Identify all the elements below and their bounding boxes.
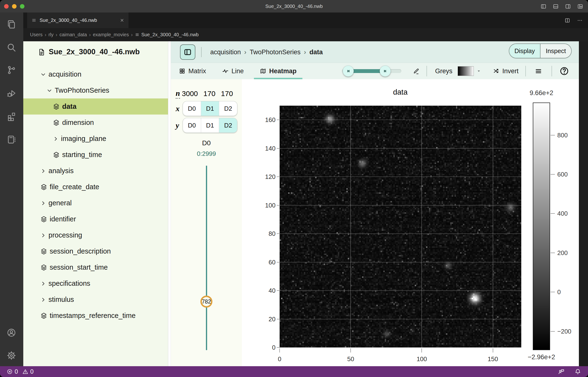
- y-axis-option-d2[interactable]: D2: [219, 118, 237, 132]
- breadcrumb-item[interactable]: Users: [30, 32, 43, 37]
- activity-bar-settings-icon[interactable]: [6, 351, 16, 360]
- warnings-count[interactable]: 0: [30, 368, 34, 375]
- invert-button[interactable]: Invert: [502, 63, 519, 79]
- breadcrumb-item[interactable]: rly: [48, 32, 54, 37]
- tree-item-session_description[interactable]: session_description: [23, 243, 168, 259]
- slider-start-handle[interactable]: [343, 66, 354, 77]
- y-tick-mark: [277, 148, 280, 149]
- bell-icon[interactable]: [574, 368, 581, 375]
- colorbar-tick-label: −200: [557, 328, 571, 335]
- tree-item-processing[interactable]: processing: [23, 227, 168, 243]
- chevron-down-icon[interactable]: [476, 69, 482, 74]
- zoom-window-button[interactable]: [20, 4, 24, 9]
- frame-slider-handle[interactable]: 782: [200, 295, 212, 308]
- customize-layout-icon[interactable]: [577, 3, 583, 9]
- close-window-button[interactable]: [4, 4, 9, 9]
- view-tab-matrix[interactable]: Matrix: [176, 63, 208, 79]
- viewer-path-acquisition[interactable]: acquisition: [210, 48, 241, 56]
- tree-item-label: file_create_date: [50, 183, 99, 191]
- frame-slider-track[interactable]: [206, 166, 207, 350]
- x-axis-option-d0[interactable]: D0: [183, 101, 201, 116]
- viewer-path-TwoPhotonSeries[interactable]: TwoPhotonSeries: [250, 48, 301, 56]
- edit-pen-icon[interactable]: [413, 68, 419, 75]
- tab-nwb-file[interactable]: Sue_2x_3000_40_-46.nwb: [27, 12, 129, 28]
- chevron-right-icon: [40, 281, 46, 287]
- x-axis-option-d1[interactable]: D1: [201, 101, 219, 116]
- y-tick-label: 160: [242, 116, 276, 123]
- tree-item-analysis[interactable]: analysis: [23, 163, 168, 179]
- panel-splitter[interactable]: [168, 41, 171, 366]
- tree-item-identifier[interactable]: identifier: [23, 211, 168, 227]
- viewer-path-data[interactable]: data: [309, 48, 323, 56]
- errors-count[interactable]: 0: [15, 368, 18, 375]
- tree-item-starting_time[interactable]: starting_time: [23, 147, 168, 163]
- tree-item-label: general: [48, 199, 72, 207]
- y-axis-row: yD0D1D2: [171, 118, 242, 132]
- more-actions-icon[interactable]: [577, 18, 583, 23]
- nwb-tree-panel: Sue_2x_3000_40_-46.nwb acquisitionTwoPho…: [23, 41, 168, 366]
- toggle-sidebar-button[interactable]: [180, 44, 195, 60]
- activity-bar-search-icon[interactable]: [6, 43, 16, 52]
- tree-item-general[interactable]: general: [23, 195, 168, 211]
- chevron-right-icon: [53, 136, 59, 142]
- chevron-down-icon: [46, 87, 53, 94]
- tree-item-timestamps_reference_time[interactable]: timestamps_reference_time: [23, 308, 168, 324]
- split-editor-icon[interactable]: [565, 18, 570, 23]
- tree-item-session_start_time[interactable]: session_start_time: [23, 259, 168, 275]
- view-tab-label: Heatmap: [269, 68, 297, 75]
- display-mode-button[interactable]: Display: [509, 44, 540, 58]
- tree-item-TwoPhotonSeries[interactable]: TwoPhotonSeries: [23, 82, 168, 98]
- tree-item-stimulus[interactable]: stimulus: [23, 292, 168, 308]
- breadcrumb-item[interactable]: example_movies: [93, 32, 129, 37]
- minimize-window-button[interactable]: [12, 4, 17, 9]
- view-tabs: MatrixLineHeatmap: [176, 63, 299, 79]
- tree-item-imaging_plane[interactable]: imaging_plane: [23, 131, 168, 147]
- window-controls: [4, 0, 24, 12]
- x-tick-mark: [279, 348, 280, 353]
- view-tab-heatmap[interactable]: Heatmap: [257, 63, 299, 79]
- activity-bar-notebook-icon[interactable]: [6, 134, 16, 144]
- activity-bar-source-control-icon[interactable]: [6, 65, 16, 75]
- warnings-icon[interactable]: [22, 369, 28, 375]
- x-axis-option-d2[interactable]: D2: [219, 101, 237, 116]
- close-tab-icon[interactable]: [120, 18, 124, 23]
- tree-item-label: specifications: [48, 280, 90, 287]
- view-tab-line[interactable]: Line: [219, 63, 246, 79]
- slider-end-handle[interactable]: [380, 66, 391, 77]
- menu-icon[interactable]: [535, 68, 542, 75]
- help-icon[interactable]: [559, 66, 569, 76]
- toggle-panel-bottom-icon[interactable]: [553, 3, 559, 9]
- colorbar-max-label: 9.66e+2: [520, 89, 563, 97]
- shape-values: 3000170170: [182, 90, 233, 98]
- tree-item-dimension[interactable]: dimension: [23, 115, 168, 131]
- breadcrumb-separator: ›: [45, 32, 46, 37]
- toggle-panel-right-icon[interactable]: [565, 3, 571, 9]
- invert-icon[interactable]: [493, 68, 499, 74]
- heatmap-canvas[interactable]: [280, 106, 521, 347]
- breadcrumb-item[interactable]: caiman_data: [59, 32, 87, 37]
- y-axis-option-d0[interactable]: D0: [183, 118, 201, 132]
- shape-row: n 3000170170: [171, 86, 242, 101]
- activity-bar-files-icon[interactable]: [6, 19, 16, 29]
- inspect-mode-button[interactable]: Inspect: [540, 44, 571, 58]
- y-axis-option-d1[interactable]: D1: [201, 118, 219, 132]
- y-tick-mark: [277, 119, 280, 120]
- activity-bar-run-debug-icon[interactable]: [6, 88, 16, 98]
- colormap-swatch[interactable]: [458, 66, 474, 76]
- colorbar-tick-mark: [551, 174, 555, 175]
- colorbar-tick-label: 0: [557, 288, 561, 295]
- tree-item-data[interactable]: data: [23, 98, 168, 115]
- tree-item-file_create_date[interactable]: file_create_date: [23, 179, 168, 195]
- tree-item-specifications[interactable]: specifications: [23, 275, 168, 292]
- feedback-icon[interactable]: [558, 368, 565, 375]
- chevron-right-icon: [40, 232, 46, 238]
- activity-bar-account-icon[interactable]: [6, 328, 16, 338]
- activity-bar-extensions-icon[interactable]: [6, 111, 16, 121]
- tree-item-acquisition[interactable]: acquisition: [23, 66, 168, 82]
- toggle-panel-left-icon[interactable]: [541, 3, 546, 9]
- errors-icon[interactable]: [7, 369, 13, 375]
- breadcrumb-file[interactable]: Sue_2x_3000_40_-46.nwb: [135, 32, 199, 37]
- y-tick-mark: [277, 319, 280, 319]
- y-tick-mark: [277, 262, 280, 262]
- frame-range-slider[interactable]: [342, 66, 401, 77]
